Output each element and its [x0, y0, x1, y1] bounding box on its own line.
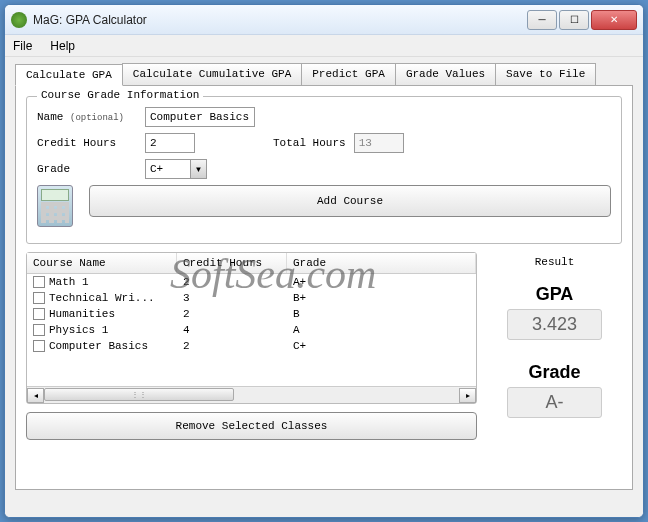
row-checkbox[interactable]: [33, 308, 45, 320]
table-row[interactable]: Technical Wri...3B+: [27, 290, 476, 306]
cell-grade: A: [287, 323, 476, 337]
close-button[interactable]: ✕: [591, 10, 637, 30]
cell-grade: A+: [287, 275, 476, 289]
name-label: Name (optional): [37, 111, 137, 123]
courses-table: Course Name Credit Hours Grade Math 12A+…: [26, 252, 477, 404]
window-title: MaG: GPA Calculator: [33, 13, 527, 27]
cell-name: Computer Basics: [49, 340, 148, 352]
lower-section: Course Name Credit Hours Grade Math 12A+…: [26, 252, 622, 440]
col-course-name[interactable]: Course Name: [27, 253, 177, 273]
gpa-value: 3.423: [507, 309, 602, 340]
table-row[interactable]: Physics 14A: [27, 322, 476, 338]
tab-cumulative-gpa[interactable]: Calculate Cumulative GPA: [122, 63, 302, 85]
minimize-button[interactable]: ─: [527, 10, 557, 30]
total-hours-label: Total Hours: [273, 137, 346, 149]
grade-select-value: C+: [146, 163, 190, 175]
scroll-thumb[interactable]: ⋮⋮: [44, 388, 234, 401]
cell-hours: 4: [177, 323, 287, 337]
row-checkbox[interactable]: [33, 276, 45, 288]
table-row[interactable]: Math 12A+: [27, 274, 476, 290]
cell-hours: 2: [177, 275, 287, 289]
credit-hours-input[interactable]: [145, 133, 195, 153]
course-info-group: Course Grade Information Name (optional)…: [26, 96, 622, 244]
cell-hours: 2: [177, 307, 287, 321]
cell-name: Humanities: [49, 308, 115, 320]
grade-result-value: A-: [507, 387, 602, 418]
tab-strip: Calculate GPA Calculate Cumulative GPA P…: [15, 63, 633, 86]
maximize-button[interactable]: ☐: [559, 10, 589, 30]
cell-hours: 2: [177, 339, 287, 353]
app-window: MaG: GPA Calculator ─ ☐ ✕ File Help Calc…: [4, 4, 644, 518]
add-course-button[interactable]: Add Course: [89, 185, 611, 217]
col-credit-hours[interactable]: Credit Hours: [177, 253, 287, 273]
menubar: File Help: [5, 35, 643, 57]
remove-selected-button[interactable]: Remove Selected Classes: [26, 412, 477, 440]
hours-label: Credit Hours: [37, 137, 137, 149]
group-title: Course Grade Information: [37, 89, 203, 101]
gpa-label: GPA: [487, 284, 622, 305]
table-body: Math 12A+Technical Wri...3B+Humanities2B…: [27, 274, 476, 386]
app-icon: [11, 12, 27, 28]
scroll-right-button[interactable]: ▸: [459, 388, 476, 403]
tab-panel: Course Grade Information Name (optional)…: [15, 86, 633, 490]
grade-label: Grade: [37, 163, 137, 175]
cell-grade: C+: [287, 339, 476, 353]
cell-grade: B+: [287, 291, 476, 305]
row-checkbox[interactable]: [33, 340, 45, 352]
cell-hours: 3: [177, 291, 287, 305]
content-area: Calculate GPA Calculate Cumulative GPA P…: [5, 57, 643, 517]
menu-file[interactable]: File: [13, 39, 32, 53]
chevron-down-icon: ▼: [190, 160, 206, 178]
row-checkbox[interactable]: [33, 292, 45, 304]
table-header: Course Name Credit Hours Grade: [27, 253, 476, 274]
cell-name: Physics 1: [49, 324, 108, 336]
calculator-icon: [37, 185, 73, 227]
col-grade[interactable]: Grade: [287, 253, 476, 273]
tab-predict-gpa[interactable]: Predict GPA: [301, 63, 396, 85]
grade-select[interactable]: C+ ▼: [145, 159, 207, 179]
result-title: Result: [487, 252, 622, 268]
horizontal-scrollbar: ◂ ⋮⋮ ▸: [27, 386, 476, 403]
table-row[interactable]: Computer Basics2C+: [27, 338, 476, 354]
titlebar: MaG: GPA Calculator ─ ☐ ✕: [5, 5, 643, 35]
result-panel: Result GPA 3.423 Grade A-: [487, 252, 622, 440]
grade-result-label: Grade: [487, 362, 622, 383]
scroll-left-button[interactable]: ◂: [27, 388, 44, 403]
tab-calculate-gpa[interactable]: Calculate GPA: [15, 64, 123, 86]
tab-grade-values[interactable]: Grade Values: [395, 63, 496, 85]
total-hours-display: [354, 133, 404, 153]
cell-name: Technical Wri...: [49, 292, 155, 304]
scroll-track[interactable]: ⋮⋮: [44, 388, 459, 403]
tab-save-to-file[interactable]: Save to File: [495, 63, 596, 85]
row-checkbox[interactable]: [33, 324, 45, 336]
window-controls: ─ ☐ ✕: [527, 10, 637, 30]
cell-name: Math 1: [49, 276, 89, 288]
table-row[interactable]: Humanities2B: [27, 306, 476, 322]
course-name-input[interactable]: [145, 107, 255, 127]
cell-grade: B: [287, 307, 476, 321]
menu-help[interactable]: Help: [50, 39, 75, 53]
